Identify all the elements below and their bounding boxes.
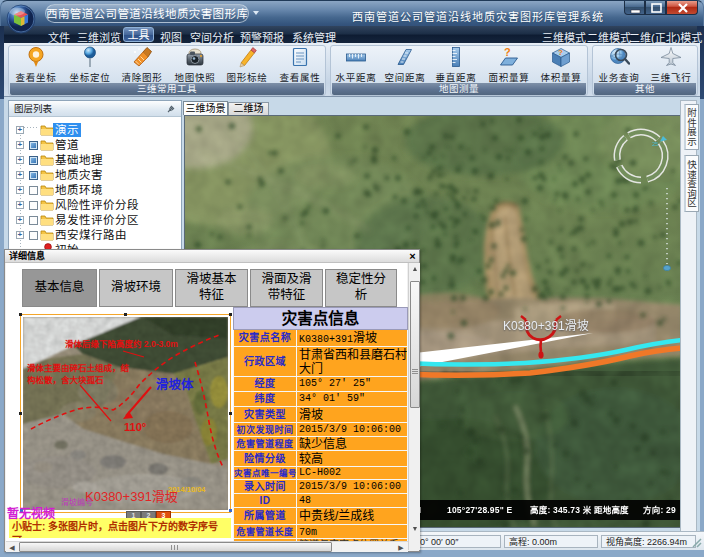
svg-text:110°: 110° <box>124 421 146 433</box>
svg-text:25: 25 <box>652 141 658 147</box>
svg-text:构松散，含大块孤石: 构松散，含大块孤石 <box>27 375 104 385</box>
svg-text:滑体主要由碎石土组成，结: 滑体主要由碎石土组成，结 <box>27 363 130 373</box>
svg-text:K0380+391滑坡: K0380+391滑坡 <box>85 489 178 504</box>
svg-text:?: ? <box>558 48 563 57</box>
svg-text:滑坡编号: 滑坡编号 <box>61 497 93 507</box>
svg-text:滑坡体: 滑坡体 <box>156 377 194 392</box>
svg-text:2014/10/04: 2014/10/04 <box>168 485 206 494</box>
svg-text:K0380+391滑坡: K0380+391滑坡 <box>503 319 589 333</box>
svg-text:滑体后缘下陷高度约 2.0-3.0m: 滑体后缘下陷高度约 2.0-3.0m <box>65 339 178 349</box>
svg-text:?: ? <box>504 46 511 58</box>
